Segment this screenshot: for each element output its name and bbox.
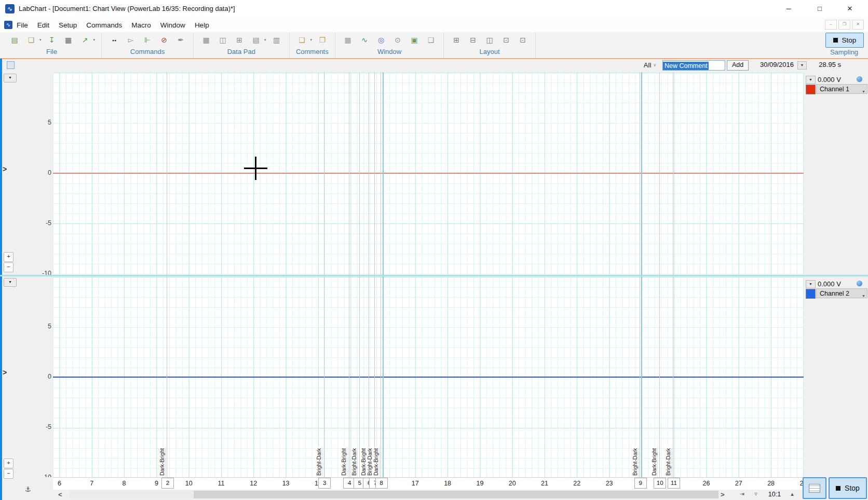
channel-2-range-dropdown[interactable]: ▼	[806, 280, 816, 288]
add-comment-button[interactable]: Add	[727, 60, 749, 71]
data-pad-page-button[interactable]	[803, 477, 826, 499]
doc-close-button[interactable]: ✕	[852, 20, 864, 30]
tile-windows-button[interactable]: ❏	[425, 34, 437, 46]
compression-increase-button[interactable]: ▴	[788, 491, 796, 497]
scroll-left-arrow[interactable]: <	[58, 491, 62, 498]
comment-bar: All ∨ New Comment Add 30/09/2016 ▼ 28.95…	[0, 59, 868, 73]
channel-splitter[interactable]	[0, 275, 868, 276]
menu-macro[interactable]: Macro	[131, 21, 151, 29]
channel-2-name-button[interactable]: Channel 2 ▼	[816, 288, 867, 298]
select-button[interactable]: ▻	[125, 34, 137, 46]
import-button[interactable]: ↧	[46, 34, 58, 46]
tile-horizontal-icon: ⊟	[470, 36, 476, 44]
open-document-icon: ❏	[28, 36, 35, 44]
add-comment-button[interactable]: ❐	[316, 34, 329, 46]
channel-2-expand-arrow[interactable]: >	[3, 368, 10, 378]
comment-button[interactable]: ❏	[296, 34, 308, 46]
tile-horizontal-button[interactable]: ⊟	[467, 34, 479, 46]
new-comment-input[interactable]: New Comment	[662, 60, 725, 71]
channel-1-name-button[interactable]: Channel 1 ▼	[816, 84, 867, 94]
menu-help[interactable]: Help	[195, 21, 209, 29]
zoom-window-icon: ◎	[378, 36, 384, 44]
data-pad-column-button[interactable]: ⊞	[233, 34, 246, 46]
data-pad-window-button[interactable]: ▦	[342, 34, 354, 46]
close-button[interactable]: ✕	[838, 0, 862, 17]
channel-2-info-dot-icon[interactable]	[857, 281, 862, 286]
export-button[interactable]: ↗	[79, 34, 91, 46]
chevron-down-icon[interactable]: ▾	[93, 38, 96, 42]
data-pad-view-button[interactable]: ▤	[250, 34, 262, 46]
menu-edit[interactable]: Edit	[37, 21, 49, 29]
time-axis[interactable]: 6789101112131415161718192021222324252627…	[53, 477, 804, 490]
channel-2-zoom-out-button[interactable]: −	[4, 469, 13, 479]
zoom-window-button[interactable]: ◎	[375, 34, 387, 46]
channel-1-options-dropdown[interactable]: ▼	[4, 74, 17, 82]
chevron-down-icon[interactable]: ▾	[310, 38, 313, 42]
comment-marker-2[interactable]: 2	[161, 478, 174, 489]
clear-marker-button[interactable]: ⊘	[158, 34, 170, 46]
time-display-dropdown[interactable]: ▼	[797, 61, 807, 70]
channel-1-zoom-out-button[interactable]: −	[4, 262, 13, 272]
channel-1-range-dropdown[interactable]: ▼	[806, 76, 816, 84]
chevron-down-icon[interactable]: ▾	[264, 38, 266, 42]
scroll-to-end-icon[interactable]: ⇥	[735, 491, 749, 497]
channel-1-plot[interactable]	[53, 72, 804, 275]
channel-2-plot[interactable]: Dark-BrightBright-DarkDark-BrightBright-…	[53, 276, 804, 477]
comment-marker-10[interactable]: 10	[654, 478, 666, 489]
toolbar-group-commands: ●●▻⊩⊘✒Commands	[102, 32, 194, 58]
comment-marker-9[interactable]: 9	[634, 478, 647, 489]
image-view-button[interactable]: ▣	[408, 34, 421, 46]
channel-1-color-swatch[interactable]	[806, 85, 816, 94]
minimize-button[interactable]: ─	[777, 0, 801, 17]
data-pad-button[interactable]: ▦	[200, 34, 212, 46]
scroll-right-arrow[interactable]: >	[721, 491, 725, 498]
scroll-thumb[interactable]	[194, 491, 718, 498]
comment-marker-8[interactable]: 8	[375, 478, 388, 489]
comment-line	[359, 72, 360, 275]
set-marker-button[interactable]: ⊩	[141, 34, 154, 46]
comment-marker-3[interactable]: 3	[318, 478, 331, 489]
macro-button[interactable]: ✒	[174, 34, 187, 46]
chevron-down-icon[interactable]: ▾	[39, 38, 42, 42]
comment-channel-filter[interactable]: All ∨	[640, 60, 660, 70]
channel-2-zoom-in-button[interactable]: +	[4, 459, 13, 468]
bottom-stop-label: Stop	[845, 484, 860, 492]
menu-commands[interactable]: Commands	[86, 21, 122, 29]
compression-decrease-button[interactable]: ▿	[752, 491, 760, 497]
arrange-grid-button[interactable]: ⊞	[450, 34, 463, 46]
chart-view-button[interactable]: ∿	[358, 34, 371, 46]
menu-file[interactable]: File	[17, 21, 28, 29]
scope-view-button[interactable]: ⊙	[391, 34, 404, 46]
layout-one-button[interactable]: ⊡	[500, 34, 512, 46]
bottom-stop-button[interactable]: Stop	[829, 477, 867, 499]
toolbar-group-label: Commands	[108, 48, 187, 58]
scroll-track[interactable]	[70, 491, 718, 498]
view-mode-icon[interactable]	[7, 61, 15, 69]
scroll-lock-icon[interactable]: ⚓	[25, 485, 31, 493]
channel-1-expand-arrow[interactable]: >	[3, 165, 10, 174]
cascade-button[interactable]: ◫	[483, 34, 496, 46]
menu-window[interactable]: Window	[160, 21, 185, 29]
new-document-button[interactable]: ▤	[8, 34, 21, 46]
print-button[interactable]: ▦	[62, 34, 75, 46]
toolbar-group-comments: ❏▾❐Comments	[290, 32, 336, 58]
menu-setup[interactable]: Setup	[59, 21, 77, 29]
maximize-button[interactable]: □	[808, 0, 832, 17]
notebook-button[interactable]: ▥	[270, 34, 283, 46]
add-to-data-pad-button[interactable]: ◫	[216, 34, 229, 46]
sampling-stop-button[interactable]: Stop	[825, 33, 864, 48]
open-document-button[interactable]: ❏	[25, 34, 37, 46]
doc-minimize-button[interactable]: –	[825, 20, 837, 30]
channel-1-info-dot-icon[interactable]	[857, 76, 862, 82]
channel-2-name: Channel 2	[820, 290, 849, 297]
doc-restore-button[interactable]: ❐	[838, 20, 850, 30]
channel-2-color-swatch[interactable]	[806, 289, 816, 299]
layout-two-button[interactable]: ⊡	[517, 34, 529, 46]
channel-1-zoom-in-button[interactable]: +	[4, 252, 13, 262]
find-button[interactable]: ●●	[108, 34, 120, 46]
channel-2-options-dropdown[interactable]: ▼	[4, 278, 17, 287]
time-tick-label: 23	[602, 480, 617, 487]
comment-marker-11[interactable]: 11	[668, 478, 680, 489]
clear-marker-icon: ⊘	[161, 36, 167, 44]
y-axis-label: 5	[33, 323, 51, 331]
